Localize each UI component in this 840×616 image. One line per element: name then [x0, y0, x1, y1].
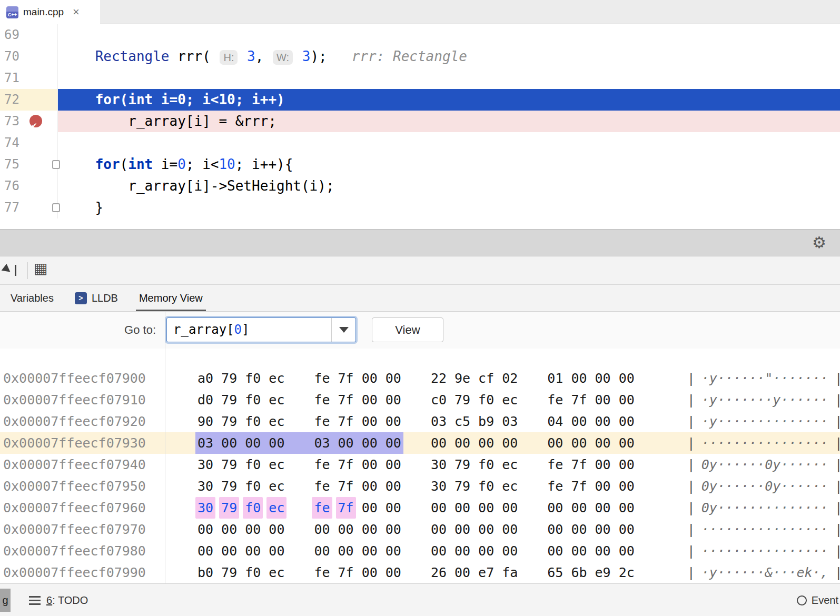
memory-byte[interactable]: 00 — [617, 411, 637, 432]
code-line[interactable]: for(int i=0; i<10; i++) — [58, 89, 840, 111]
memory-byte[interactable]: 26 — [429, 562, 452, 583]
memory-byte[interactable]: fe — [312, 411, 335, 432]
memory-byte[interactable]: 00 — [593, 519, 617, 540]
tab-close-icon[interactable]: × — [73, 7, 80, 17]
memory-byte[interactable]: 00 — [383, 475, 403, 497]
memory-row[interactable]: 0x00007ffeecf079603079f0ecfe7f0000000000… — [0, 497, 840, 519]
code-line[interactable] — [58, 24, 840, 46]
memory-byte[interactable]: 79 — [452, 389, 476, 411]
memory-byte[interactable]: 00 — [243, 540, 266, 562]
memory-byte[interactable]: 79 — [219, 367, 243, 389]
memory-byte[interactable]: 7f — [569, 389, 592, 411]
memory-byte[interactable]: 00 — [429, 519, 452, 540]
memory-row[interactable]: 0x00007ffeecf079300300000003000000000000… — [0, 432, 840, 454]
memory-byte[interactable]: f0 — [243, 411, 266, 432]
memory-byte[interactable]: fe — [545, 389, 569, 411]
code-line[interactable]: r_array[i] = &rrr; — [58, 111, 840, 132]
memory-byte[interactable]: 9e — [452, 367, 476, 389]
memory-byte[interactable]: 00 — [383, 432, 403, 454]
todo-status[interactable]: 6: TODO — [29, 584, 88, 616]
memory-byte[interactable]: 00 — [429, 497, 452, 519]
memory-byte[interactable]: 7f — [336, 411, 360, 432]
memory-byte[interactable]: 00 — [360, 367, 383, 389]
memory-row[interactable]: 0x00007ffeecf079503079f0ecfe7f00003079f0… — [0, 475, 840, 497]
memory-byte[interactable]: 00 — [429, 432, 452, 454]
view-button[interactable]: View — [372, 317, 443, 342]
memory-byte[interactable]: ec — [500, 475, 520, 497]
memory-row[interactable]: 0x00007ffeecf07900a079f0ecfe7f0000229ecf… — [0, 367, 840, 389]
memory-byte[interactable]: 00 — [500, 519, 520, 540]
memory-byte[interactable]: 00 — [617, 432, 637, 454]
memory-byte[interactable]: ec — [266, 367, 286, 389]
memory-byte[interactable]: 00 — [545, 540, 569, 562]
memory-byte[interactable]: 79 — [219, 497, 243, 519]
combo-dropdown-button[interactable] — [331, 318, 355, 342]
memory-byte[interactable]: 00 — [383, 411, 403, 432]
memory-byte[interactable]: fe — [312, 497, 335, 519]
code-line[interactable]: } — [58, 197, 840, 218]
memory-byte[interactable]: c0 — [429, 389, 452, 411]
memory-byte[interactable]: fe — [545, 454, 569, 475]
editor-gutter[interactable]: 70 — [0, 46, 58, 67]
editor-gutter[interactable]: 72 — [0, 89, 58, 111]
memory-byte[interactable]: 00 — [476, 432, 500, 454]
memory-byte[interactable]: 03 — [312, 432, 335, 454]
memory-byte[interactable]: ec — [266, 562, 286, 583]
memory-byte[interactable]: ec — [266, 497, 286, 519]
memory-byte[interactable]: ec — [266, 411, 286, 432]
memory-byte[interactable]: f0 — [243, 497, 266, 519]
code-line[interactable]: for(int i=0; i<10; i++){ — [58, 154, 840, 175]
memory-byte[interactable]: 00 — [452, 432, 476, 454]
memory-byte[interactable]: b0 — [195, 562, 219, 583]
memory-byte[interactable]: 00 — [383, 497, 403, 519]
memory-byte[interactable]: 00 — [500, 540, 520, 562]
memory-byte[interactable]: fa — [500, 562, 520, 583]
code-line[interactable] — [58, 67, 840, 89]
memory-byte[interactable]: 00 — [476, 497, 500, 519]
editor-gutter[interactable]: 69 — [0, 24, 58, 46]
memory-byte[interactable]: 00 — [243, 432, 266, 454]
memory-byte[interactable]: 79 — [219, 454, 243, 475]
memory-byte[interactable]: 00 — [243, 519, 266, 540]
memory-byte[interactable]: 00 — [383, 389, 403, 411]
memory-byte[interactable]: 00 — [593, 432, 617, 454]
tool-window-button-clipped[interactable]: g — [0, 589, 11, 612]
tab-variables[interactable]: Variables — [0, 285, 64, 311]
memory-byte[interactable]: 00 — [452, 562, 476, 583]
memory-byte[interactable]: 00 — [593, 475, 617, 497]
memory-byte[interactable]: 00 — [219, 432, 243, 454]
memory-byte[interactable]: 00 — [476, 519, 500, 540]
memory-byte[interactable]: 79 — [219, 475, 243, 497]
memory-byte[interactable]: 00 — [593, 540, 617, 562]
editor-gutter[interactable]: 71 — [0, 67, 58, 89]
memory-byte[interactable]: f0 — [476, 389, 500, 411]
memory-byte[interactable]: f0 — [243, 367, 266, 389]
memory-byte[interactable]: 00 — [593, 497, 617, 519]
memory-row[interactable]: 0x00007ffeecf079209079f0ecfe7f000003c5b9… — [0, 411, 840, 432]
memory-byte[interactable]: 30 — [429, 454, 452, 475]
memory-byte[interactable]: 00 — [617, 475, 637, 497]
tab-lldb[interactable]: > LLDB — [64, 285, 129, 311]
memory-byte[interactable]: 00 — [312, 540, 335, 562]
memory-byte[interactable]: 00 — [545, 519, 569, 540]
goto-combo-value[interactable]: r_array[0] — [167, 318, 331, 342]
memory-byte[interactable]: 00 — [569, 497, 592, 519]
memory-byte[interactable]: 79 — [452, 475, 476, 497]
memory-byte[interactable]: 00 — [383, 367, 403, 389]
memory-byte[interactable]: 00 — [476, 540, 500, 562]
tab-memory-view[interactable]: Memory View — [129, 285, 213, 311]
memory-byte[interactable]: d0 — [195, 389, 219, 411]
fold-marker-icon[interactable] — [52, 203, 60, 212]
memory-byte[interactable]: e9 — [593, 562, 617, 583]
memory-byte[interactable]: fe — [312, 562, 335, 583]
memory-byte[interactable]: 2c — [617, 562, 637, 583]
memory-byte[interactable]: 00 — [360, 519, 383, 540]
memory-byte[interactable]: 00 — [429, 540, 452, 562]
memory-byte[interactable]: fe — [312, 367, 335, 389]
memory-byte[interactable]: 00 — [569, 432, 592, 454]
memory-byte[interactable]: 30 — [195, 475, 219, 497]
memory-byte[interactable]: cf — [476, 367, 500, 389]
memory-byte[interactable]: 00 — [383, 454, 403, 475]
memory-byte[interactable]: 00 — [593, 367, 617, 389]
memory-byte[interactable]: e7 — [476, 562, 500, 583]
